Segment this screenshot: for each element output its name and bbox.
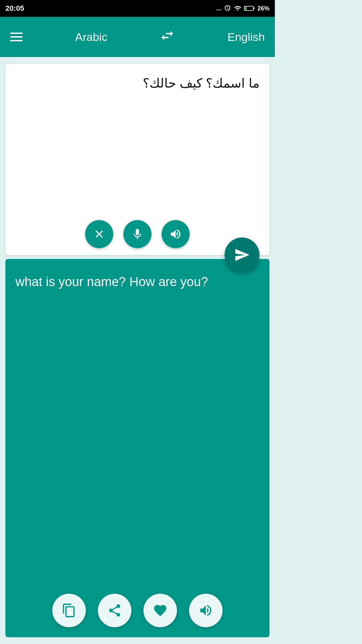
swap-icon (160, 28, 175, 43)
translate-button[interactable] (225, 237, 259, 272)
signal-icon (234, 5, 241, 12)
translated-text-display: what is your name? How are you? (15, 272, 259, 584)
speaker-button-output[interactable] (189, 594, 223, 627)
battery-icon (244, 5, 255, 12)
main-content: ما اسمك؟ كيف حالك؟ (0, 57, 275, 644)
mic-button[interactable] (123, 220, 152, 248)
mic-icon (131, 228, 144, 240)
x-icon (93, 228, 106, 240)
source-text-display[interactable]: ما اسمك؟ كيف حالك؟ (15, 74, 259, 207)
input-wrapper: ما اسمك؟ كيف حالك؟ (0, 57, 275, 255)
battery-pct: 26% (257, 5, 269, 12)
status-bar: 20:05 ... 26% (0, 0, 275, 17)
copy-icon (62, 603, 76, 618)
source-language-label[interactable]: Arabic (75, 31, 107, 44)
clear-button[interactable] (85, 220, 113, 248)
status-time: 20:05 (5, 4, 24, 13)
output-controls (15, 594, 259, 627)
share-icon (107, 603, 122, 618)
input-controls (15, 213, 259, 248)
heart-icon (153, 603, 168, 618)
source-input-panel: ما اسمك؟ كيف حالك؟ (5, 64, 269, 255)
volume-icon (169, 228, 182, 240)
speaker-button-source[interactable] (162, 220, 190, 248)
status-icons: ... 26% (216, 5, 269, 12)
header: Arabic English (0, 17, 275, 57)
svg-rect-2 (245, 7, 247, 10)
alarm-icon (224, 5, 231, 12)
translation-panels: ما اسمك؟ كيف حالك؟ (0, 57, 275, 637)
svg-rect-1 (253, 8, 254, 9)
copy-button[interactable] (52, 594, 86, 627)
swap-languages-button[interactable] (160, 28, 175, 46)
share-button[interactable] (98, 594, 131, 627)
output-panel: what is your name? How are you? (5, 259, 269, 637)
target-language-label[interactable]: English (227, 31, 265, 44)
volume-icon-output (198, 603, 213, 618)
menu-button[interactable] (10, 33, 23, 41)
favorite-button[interactable] (143, 594, 177, 627)
send-icon (234, 247, 250, 263)
status-dots: ... (216, 5, 221, 12)
